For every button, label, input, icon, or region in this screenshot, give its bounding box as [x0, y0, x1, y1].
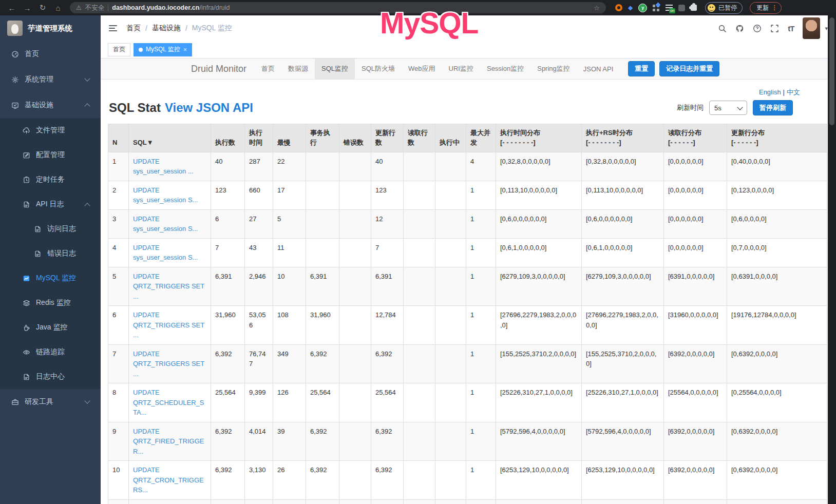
column-header-执行+RS时分布[interactable]: 执行+RS时分布[- - - - - - - -]	[582, 124, 664, 152]
column-header-读取行数[interactable]: 读取行数	[404, 124, 435, 152]
sql-link[interactable]: UPDATE sys_user_session ...	[133, 158, 194, 176]
log-and-reset-button[interactable]: 记录日志并重置	[659, 61, 719, 76]
column-header-事务执行[interactable]: 事务执行	[306, 124, 339, 152]
sql-link[interactable]: UPDATE QRTZ_TRIGGERS SET ...	[133, 311, 204, 339]
lang-link-中文[interactable]: 中文	[787, 88, 800, 96]
paused-extension-pill[interactable]: 已暂停	[705, 2, 743, 14]
sidebar-item-定时任务[interactable]: 定时任务	[0, 167, 101, 192]
help-icon[interactable]	[753, 24, 762, 33]
sql-link[interactable]: UPDATE QRTZ_CRON_TRIGGERS...	[133, 466, 204, 494]
scrollbar-thumb[interactable]	[829, 17, 834, 125]
back-icon[interactable]: ←	[5, 4, 18, 12]
column-header-执行时间[interactable]: 执行时间	[245, 124, 273, 152]
pause-refresh-button[interactable]: 暂停刷新	[753, 100, 793, 115]
sql-link[interactable]: UPDATE QRTZ_FIRED_TRIGGER...	[133, 428, 204, 455]
column-header-SQL▼[interactable]: SQL▼	[129, 124, 211, 152]
druid-brand[interactable]: Druid Monitor	[191, 59, 255, 79]
breadcrumb-item[interactable]: 基础设施	[152, 24, 181, 33]
tab-label: MySQL 监控	[146, 45, 180, 54]
druid-tab-SQL监控[interactable]: SQL监控	[315, 59, 355, 79]
druid-tab-SQL防火墙[interactable]: SQL防火墙	[355, 59, 402, 79]
druid-tab-数据源[interactable]: 数据源	[281, 59, 315, 79]
reload-icon[interactable]: ↻	[36, 3, 49, 12]
sidebar-item-日志中心[interactable]: 日志中心	[0, 364, 101, 389]
sql-link[interactable]: UPDATE sys_user_session S...	[133, 244, 198, 262]
column-header-最大并发[interactable]: 最大并发	[466, 124, 496, 152]
sidebar-item-文件管理[interactable]: 文件管理	[0, 118, 101, 143]
table-cell: 6,392	[211, 344, 245, 383]
table-cell: 123	[211, 181, 245, 209]
font-size-icon[interactable]: tT	[788, 24, 794, 33]
column-header-读取行分布[interactable]: 读取行分布[- - - - - -]	[664, 124, 727, 152]
sidebar-item-系统管理[interactable]: 系统管理	[0, 67, 101, 92]
bookmark-star-icon[interactable]: ☆	[594, 4, 600, 12]
scrollbar[interactable]	[828, 15, 836, 504]
url-bar[interactable]: ⚠ 不安全 dashboard.yudao.iocoder.cn/infra/d…	[70, 2, 606, 13]
extension-drop-icon[interactable]: ◆	[628, 5, 633, 11]
search-icon[interactable]	[718, 24, 727, 33]
extension-list-icon[interactable]: on	[666, 5, 673, 11]
column-header-执行时间分布[interactable]: 执行时间分布[- - - - - - - -]	[496, 124, 582, 152]
column-header-更新行数[interactable]: 更新行数	[371, 124, 404, 152]
tab-首页[interactable]: 首页	[108, 43, 130, 56]
extension-donut-icon[interactable]	[615, 4, 622, 11]
sidebar-item-基础设施[interactable]: 基础设施	[0, 92, 101, 118]
druid-tab-首页[interactable]: 首页	[255, 59, 281, 79]
refresh-interval-select[interactable]: 5s	[709, 101, 747, 115]
lang-link-English[interactable]: English	[759, 88, 781, 96]
insecure-label[interactable]: 不安全	[85, 4, 105, 12]
toolbox-icon	[11, 398, 20, 406]
table-cell: 3	[108, 209, 129, 238]
column-header-执行数[interactable]: 执行数	[211, 124, 245, 152]
view-json-api-link[interactable]: View JSON API	[165, 101, 253, 114]
sql-link[interactable]: UPDATE QRTZ_SCHEDULER_STA...	[133, 389, 204, 416]
home-icon[interactable]: ⌂	[51, 4, 65, 12]
kebab-menu-icon[interactable]: ⋮	[771, 4, 777, 11]
user-avatar[interactable]	[803, 17, 820, 39]
sql-link[interactable]: UPDATE sys_user_session S...	[133, 186, 198, 204]
fullscreen-icon[interactable]	[770, 24, 779, 33]
forward-icon[interactable]: →	[21, 4, 34, 12]
table-cell	[339, 181, 371, 209]
sidebar-item-Redis 监控[interactable]: Redis 监控	[0, 290, 101, 315]
column-header-更新行分布[interactable]: 更新行分布[- - - - - -]	[727, 124, 827, 152]
extension-dark-icon[interactable]	[678, 5, 685, 11]
table-cell	[404, 383, 435, 422]
sidebar-item-API 日志[interactable]: API 日志	[0, 192, 101, 217]
column-header-错误数[interactable]: 错误数	[339, 124, 371, 152]
sidebar-item-首页[interactable]: 首页	[0, 41, 101, 67]
table-cell: [6392,0,0,0,0,0]	[664, 422, 727, 461]
sidebar-item-Java 监控[interactable]: Java 监控	[0, 315, 101, 340]
druid-tab-Session监控[interactable]: Session监控	[480, 59, 530, 79]
hamburger-icon[interactable]	[109, 25, 117, 31]
header-actions: tT ▾	[718, 17, 828, 39]
extension-grid-icon[interactable]	[653, 5, 655, 7]
druid-tab-Web应用[interactable]: Web应用	[402, 59, 442, 79]
github-icon[interactable]	[735, 24, 744, 33]
sidebar-item-配置管理[interactable]: 配置管理	[0, 143, 101, 167]
sidebar-item-研发工具[interactable]: 研发工具	[0, 389, 101, 415]
column-header-执行中[interactable]: 执行中	[435, 124, 466, 152]
reset-button[interactable]: 重置	[628, 61, 655, 76]
druid-tab-JSON API[interactable]: JSON API	[577, 59, 620, 79]
browser-update-button[interactable]: 更新 ⋮	[750, 2, 782, 14]
extension-y-icon[interactable]: y	[638, 4, 647, 12]
table-row: 3UPDATE sys_user_session S...6275121[0,6…	[108, 209, 827, 238]
sql-link[interactable]: UPDATE QRTZ_TRIGGERS SET ...	[133, 273, 204, 300]
url-text[interactable]: dashboard.yudao.iocoder.cn/infra/druid	[112, 4, 230, 11]
extensions-puzzle-icon[interactable]	[691, 5, 697, 11]
sidebar-item-链路追踪[interactable]: 链路追踪	[0, 340, 101, 364]
tab-MySQL 监控[interactable]: MySQL 监控×	[134, 43, 192, 56]
sql-link[interactable]: UPDATE QRTZ_TRIGGERS SET ...	[133, 350, 204, 378]
table-cell: 25,564	[306, 383, 339, 422]
column-header-N[interactable]: N	[108, 124, 129, 152]
breadcrumb-item[interactable]: 首页	[126, 24, 141, 33]
column-header-最慢[interactable]: 最慢	[273, 124, 306, 152]
sql-link[interactable]: UPDATE sys_user_session S...	[133, 215, 198, 233]
sidebar-item-MySQL 监控[interactable]: MySQL 监控	[0, 266, 101, 290]
sidebar-item-访问日志[interactable]: 访问日志	[0, 217, 101, 241]
sidebar-item-错误日志[interactable]: 错误日志	[0, 241, 101, 266]
druid-tab-URI监控[interactable]: URI监控	[442, 59, 480, 79]
close-icon[interactable]: ×	[183, 47, 187, 53]
druid-tab-Spring监控[interactable]: Spring监控	[530, 59, 577, 79]
